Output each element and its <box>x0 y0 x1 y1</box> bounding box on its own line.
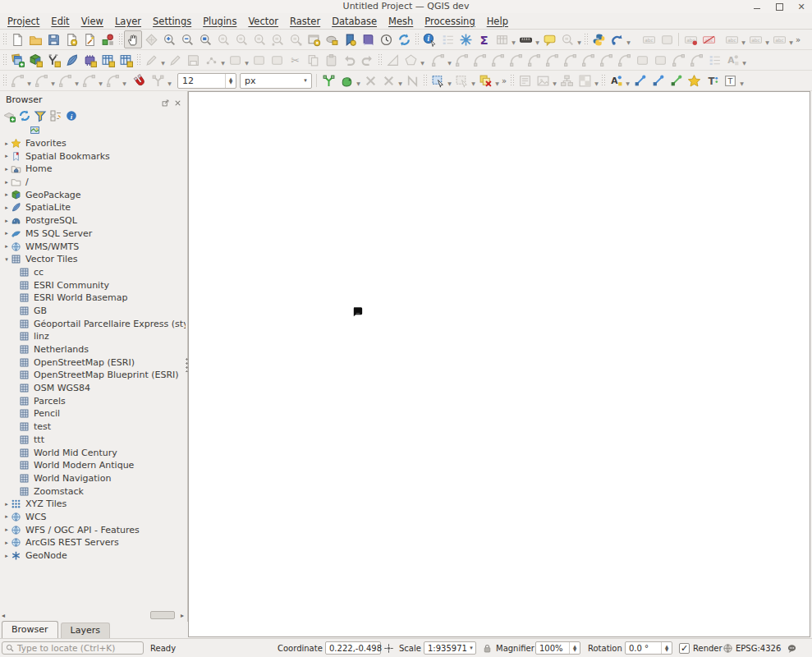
expander-icon[interactable]: ▸ <box>2 540 11 546</box>
coordinate-input[interactable]: 0.222,-0.498 <box>325 641 381 655</box>
tree-item-netherlands[interactable]: Netherlands <box>0 343 186 356</box>
avoid-overlap-button[interactable] <box>361 71 379 90</box>
toolbar-handle[interactable] <box>509 74 515 87</box>
undo-button[interactable] <box>340 51 358 69</box>
label-tool-1-button[interactable] <box>640 30 658 48</box>
tree-item-wcs[interactable]: ▸WCS <box>0 511 186 524</box>
expander-icon[interactable]: ▸ <box>2 166 11 172</box>
modify-attributes-button[interactable] <box>250 51 268 69</box>
select-by-polygon-dropdown-arrow[interactable]: ▼ <box>420 55 425 66</box>
open-attribute-table-button[interactable] <box>438 30 456 48</box>
trim-extend-button[interactable] <box>651 51 669 69</box>
shape-circle-button[interactable] <box>56 71 74 90</box>
temporal-controller-button[interactable] <box>377 30 395 48</box>
float-panel-button[interactable] <box>161 95 170 104</box>
data-source-manager-button[interactable] <box>8 51 26 69</box>
save-project-button[interactable] <box>44 30 62 48</box>
stream-digitize-button[interactable] <box>32 71 50 90</box>
current-edits-button[interactable] <box>142 51 160 69</box>
tree-item-favorites[interactable]: ▸Favorites <box>0 137 186 150</box>
text-annotation-button[interactable] <box>721 71 739 90</box>
map-tips-button[interactable] <box>540 30 558 48</box>
menu-layer[interactable]: Layer <box>109 15 147 28</box>
offset-curve-button[interactable] <box>669 51 687 69</box>
new-project-button[interactable] <box>8 30 26 48</box>
tree-item-spatial-bookmarks[interactable]: ▸Spatial Bookmarks <box>0 149 186 163</box>
tree-item-linz[interactable]: linz <box>0 330 186 343</box>
tree-item-geopackage[interactable]: ▸GeoPackage <box>0 188 186 201</box>
open-project-button[interactable] <box>26 30 44 48</box>
tree-item-esri-world-basemap[interactable]: ESRI World Basemap <box>0 292 186 305</box>
circle-2p-dropdown-arrow[interactable]: ▼ <box>447 55 452 66</box>
toolbar-handle[interactable] <box>414 33 420 46</box>
new-mesh-layer-button[interactable] <box>80 51 99 69</box>
zoom-full-button[interactable] <box>196 30 214 48</box>
minimize-button[interactable] <box>753 2 761 11</box>
new-gpx-layer-button[interactable] <box>99 51 117 69</box>
show-layout-manager-button[interactable] <box>80 30 99 48</box>
redo-button[interactable] <box>358 51 376 69</box>
diagram-options-button[interactable] <box>557 71 576 90</box>
plugin-manager-dropdown-arrow[interactable]: ▼ <box>626 34 631 45</box>
digitize-points-dropdown-arrow[interactable]: ▼ <box>220 55 226 66</box>
new-spatial-bookmark-button[interactable] <box>341 30 359 48</box>
properties-widget-button[interactable] <box>65 109 78 122</box>
scroll-thumb[interactable] <box>150 611 175 619</box>
shape-circle-dropdown-arrow[interactable]: ▼ <box>74 76 80 86</box>
tree-item-wms-wmts[interactable]: ▸WMS/WMTS <box>0 240 186 253</box>
zoom-to-layer-button[interactable] <box>232 30 250 48</box>
expander-icon[interactable]: ▸ <box>2 140 11 147</box>
toolbar-handle[interactable] <box>135 53 141 67</box>
tree-item-zoomstack[interactable]: Zoomstack <box>0 485 186 498</box>
pan-to-selection-button[interactable] <box>142 30 160 48</box>
tree-item-project[interactable] <box>0 124 186 137</box>
tree-item-pencil[interactable]: Pencil <box>0 407 186 420</box>
expander-icon[interactable]: ▸ <box>2 513 11 520</box>
tree-item-cc[interactable]: cc <box>0 266 186 279</box>
zoom-to-selected-dropdown-arrow[interactable]: ▼ <box>576 34 582 45</box>
tree-item-ms-sql-server[interactable]: ▸MS SQL Server <box>0 227 186 241</box>
rect-center-button[interactable] <box>561 51 579 69</box>
rotation-spinbox[interactable]: 0.0 °▲▼ <box>625 641 672 655</box>
copy-features-button[interactable] <box>304 51 322 69</box>
expander-icon[interactable]: ▸ <box>2 204 11 211</box>
label-tool-5-dropdown-arrow[interactable]: ▼ <box>741 34 746 45</box>
new-3d-map-view-button[interactable] <box>323 30 341 48</box>
decoration-tool-dropdown-arrow[interactable]: ▼ <box>594 76 599 86</box>
locate-search-input[interactable]: Type to locate (Ctrl+K) <box>2 641 144 655</box>
label-tool-3-button[interactable] <box>681 30 700 48</box>
expander-icon[interactable]: ▸ <box>2 191 11 198</box>
circle-cp-button[interactable] <box>507 51 525 69</box>
snapping-tolerance-spinbox[interactable]: 12▲▼ <box>177 73 236 89</box>
pin-labels-button[interactable] <box>649 71 667 90</box>
deselect-all-button[interactable] <box>476 71 494 90</box>
processing-toolbox-button[interactable] <box>456 30 475 48</box>
menu-edit[interactable]: Edit <box>45 15 75 28</box>
messages-icon[interactable] <box>787 643 797 655</box>
crs-globe-icon[interactable] <box>723 643 733 655</box>
tree-item-vector-tiles[interactable]: ▾Vector Tiles <box>0 253 186 266</box>
vertex-editor-button[interactable] <box>633 51 651 69</box>
circle-3p-button[interactable] <box>452 51 470 69</box>
ellipse-tool-button[interactable] <box>489 51 507 69</box>
polygon-center-button[interactable] <box>597 51 615 69</box>
tree-item-gb[interactable]: GB <box>0 305 186 318</box>
tree-item-world-mid-century[interactable]: World Mid Century <box>0 446 186 459</box>
regular-polygon-button[interactable] <box>579 51 597 69</box>
tree-item--[interactable]: ▸/ <box>0 176 186 189</box>
tab-layers[interactable]: Layers <box>61 623 110 638</box>
tree-item-spatialite[interactable]: ▸SpatiaLite <box>0 201 186 214</box>
attribute-table-button[interactable] <box>493 30 511 48</box>
add-selected-layers-button[interactable] <box>2 109 16 122</box>
vertex-tool-dropdown-arrow[interactable]: ▼ <box>244 55 250 66</box>
scroll-left-arrow[interactable]: ◂ <box>2 612 5 619</box>
toolbar-handle[interactable] <box>2 33 7 46</box>
annotation-tool-dropdown-arrow[interactable]: ▼ <box>552 76 557 86</box>
identify-features-button[interactable] <box>420 30 438 48</box>
refresh-browser-button[interactable] <box>18 109 31 122</box>
enable-tracing-button[interactable] <box>337 71 356 90</box>
cut-features-button[interactable] <box>286 51 304 69</box>
tree-item-openstreetmap-esri-[interactable]: OpenStreetMap (ESRI) <box>0 356 186 369</box>
new-print-layout-button[interactable] <box>62 30 80 48</box>
filter-legend-button[interactable] <box>705 51 723 69</box>
